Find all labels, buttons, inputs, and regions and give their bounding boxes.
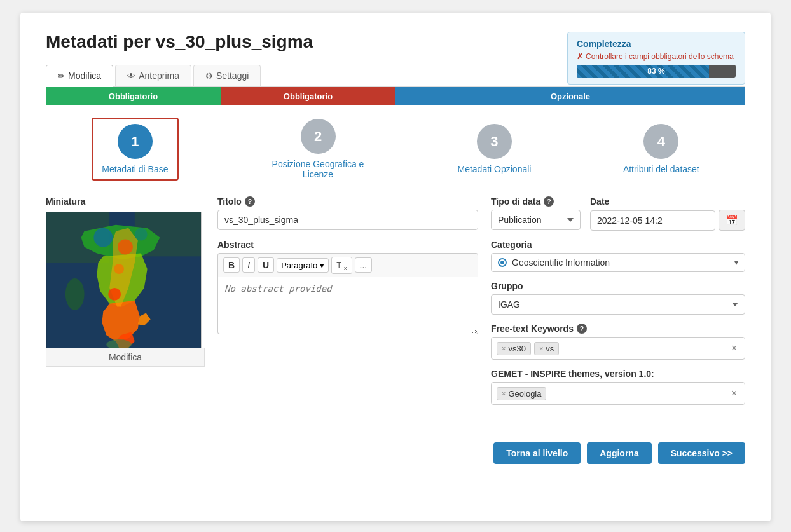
keywords-close-button[interactable]: × (729, 343, 739, 354)
italic-button[interactable]: I (242, 257, 255, 273)
section-obbligatorio-2: Obbligatorio (221, 87, 396, 105)
date-input-row: 📅 (590, 210, 745, 231)
map-svg (46, 212, 201, 348)
categoria-group: Categoria Geoscientific Information ▾ (491, 240, 745, 272)
categoria-row[interactable]: Geoscientific Information ▾ (491, 253, 745, 272)
tab-settaggi[interactable]: ⚙ Settaggi (193, 65, 261, 86)
keyword-tag-x-vs[interactable]: × (539, 344, 543, 352)
keyword-tag-vs30: × vs30 (497, 342, 531, 355)
abstract-label: Abstract (217, 240, 478, 250)
titolo-label: Titolo ? (217, 196, 478, 207)
gemet-label: GEMET - INSPIRE themes, version 1.0: (491, 369, 745, 379)
gemet-close-button[interactable]: × (729, 388, 739, 399)
miniatura-modifica-label[interactable]: Modifica (46, 348, 205, 367)
clear-format-button[interactable]: T x (331, 257, 352, 274)
steps-row: 1 Metadati di Base 2 Posizione Geografic… (46, 118, 745, 181)
gemet-group: GEMET - INSPIRE themes, version 1.0: × G… (491, 369, 745, 405)
titolo-group: Titolo ? (217, 196, 478, 230)
keywords-group: Free-text Keywords ? × vs30 × vs × (491, 324, 745, 360)
miniatura-image (46, 212, 202, 348)
svg-point-11 (108, 288, 121, 301)
edit-icon: ✏ (58, 71, 65, 81)
keywords-label: Free-text Keywords ? (491, 324, 745, 334)
date-input[interactable] (590, 210, 715, 231)
keywords-container[interactable]: × vs30 × vs × (491, 337, 745, 360)
categoria-radio (498, 258, 507, 267)
bottom-bar: Torna al livello Aggiorna Successivo >> (46, 433, 745, 464)
svg-point-14 (65, 278, 85, 310)
step-4-label: Attributi del dataset (623, 164, 699, 174)
form-section: Titolo ? Abstract B I U Paragrafo ▾ (217, 196, 478, 414)
preview-icon: 👁 (127, 71, 135, 81)
progress-bar-label: 83 % (647, 67, 664, 76)
completezza-error: Controllare i campi obbligatori dello sc… (577, 52, 736, 61)
calendar-button[interactable]: 📅 (719, 210, 745, 231)
paragraph-select[interactable]: Paragrafo ▾ (277, 258, 329, 273)
main-content: Miniatura (46, 196, 745, 414)
progress-bar-container: 83 % (577, 65, 736, 78)
svg-point-12 (93, 228, 113, 247)
step-3-circle: 3 (477, 124, 512, 159)
miniatura-section: Miniatura (46, 196, 205, 414)
svg-point-13 (135, 228, 148, 241)
completezza-box: Completezza Controllare i campi obbligat… (567, 32, 745, 85)
tab-modifica[interactable]: ✏ Modifica (46, 65, 113, 87)
torna-button[interactable]: Torna al livello (493, 442, 581, 464)
successivo-button[interactable]: Successivo >> (658, 442, 745, 464)
step-3[interactable]: 3 Metadati Opzionali (457, 124, 531, 174)
tipo-data-select[interactable]: Publication Creation Revision (491, 210, 581, 230)
aggiorna-button[interactable]: Aggiorna (587, 442, 651, 464)
miniatura-label: Miniatura (46, 196, 205, 207)
more-options-button[interactable]: ... (355, 257, 373, 273)
abstract-toolbar: B I U Paragrafo ▾ T x ... (217, 253, 478, 277)
abstract-group: Abstract B I U Paragrafo ▾ T x ... (217, 240, 478, 337)
step-2-circle: 2 (301, 119, 336, 154)
gemet-container[interactable]: × Geologia × (491, 382, 745, 405)
step-4-circle: 4 (643, 124, 678, 159)
completezza-title: Completezza (577, 39, 736, 49)
bold-button[interactable]: B (223, 257, 240, 273)
step-2[interactable]: 2 Posizione Geografica e Licenze (270, 119, 366, 179)
svg-point-9 (118, 240, 133, 255)
gemet-tag-x[interactable]: × (502, 390, 506, 397)
date-label: Date (590, 196, 745, 207)
step-2-label: Posizione Geografica e Licenze (270, 159, 366, 179)
categoria-dropdown-arrow: ▾ (734, 258, 738, 267)
section-opzionale: Opzionale (396, 87, 745, 105)
page-container: Metadati per vs_30_plus_sigma Completezz… (20, 13, 771, 521)
gruppo-group: Gruppo IGAG (491, 281, 745, 315)
keywords-help-icon[interactable]: ? (577, 324, 587, 334)
titolo-input[interactable] (217, 210, 478, 230)
categoria-value: Geoscientific Information (512, 257, 734, 268)
section-obbligatorio-1: Obbligatorio (46, 87, 221, 105)
tab-anteprima[interactable]: 👁 Anteprima (115, 65, 191, 86)
keyword-tag-vs: × vs (534, 342, 559, 355)
tipo-data-help-icon[interactable]: ? (544, 196, 554, 207)
date-group: Date 📅 (590, 196, 745, 231)
keyword-tag-x[interactable]: × (502, 344, 506, 352)
abstract-textarea[interactable] (217, 277, 478, 334)
step-1-circle: 1 (118, 124, 153, 159)
progress-bar-fill (577, 65, 709, 78)
step-1-label: Metadati di Base (102, 164, 168, 174)
gruppo-label: Gruppo (491, 281, 745, 291)
settings-icon: ⚙ (205, 71, 213, 81)
sections-bar: Obbligatorio Obbligatorio Opzionale (46, 87, 745, 105)
underline-button[interactable]: U (258, 257, 274, 273)
step-1[interactable]: 1 Metadati di Base (92, 118, 178, 181)
step-4[interactable]: 4 Attributi del dataset (623, 124, 699, 174)
svg-point-10 (114, 264, 124, 274)
gemet-tag-geologia: × Geologia (497, 387, 546, 400)
step-3-label: Metadati Opzionali (457, 164, 531, 174)
right-col: Tipo di data ? Publication Creation Revi… (491, 196, 745, 414)
tipo-data-label: Tipo di data ? (491, 196, 581, 207)
tipo-date-row: Tipo di data ? Publication Creation Revi… (491, 196, 745, 240)
titolo-help-icon[interactable]: ? (245, 196, 255, 207)
tipo-data-group: Tipo di data ? Publication Creation Revi… (491, 196, 581, 230)
categoria-label: Categoria (491, 240, 745, 250)
gruppo-select[interactable]: IGAG (491, 294, 745, 315)
